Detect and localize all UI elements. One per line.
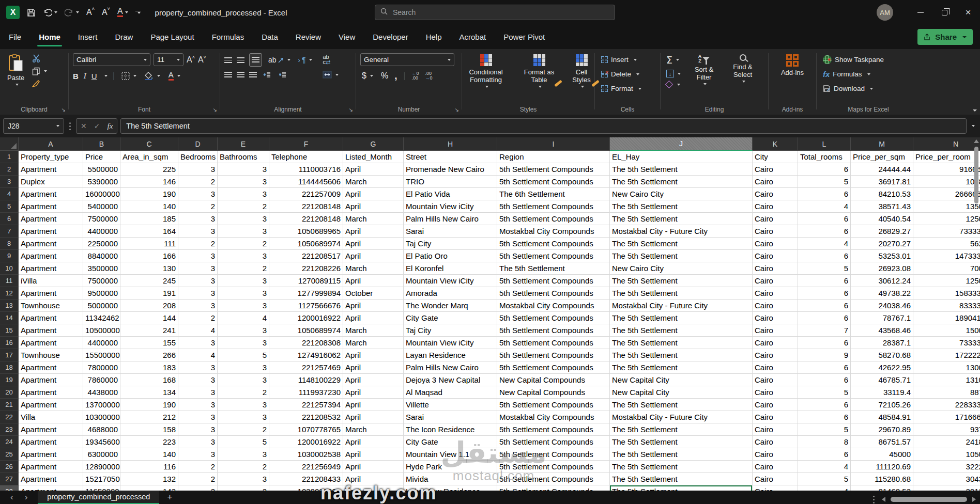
cell-G26[interactable]: April bbox=[343, 461, 404, 473]
cell-A23[interactable]: Apartment bbox=[19, 423, 83, 436]
cell-B18[interactable]: 7800000 bbox=[83, 361, 120, 374]
cell-E25[interactable]: 3 bbox=[218, 448, 269, 461]
cell-H27[interactable]: Mivida bbox=[404, 473, 497, 485]
cell-L27[interactable]: 5 bbox=[798, 473, 851, 485]
cell-B4[interactable]: 16000000 bbox=[83, 188, 120, 200]
cell-J18[interactable]: The 5th Settlement bbox=[610, 361, 753, 374]
cell-G24[interactable]: April bbox=[343, 436, 404, 448]
row-header-27[interactable]: 27 bbox=[0, 473, 19, 485]
cell-L7[interactable]: 6 bbox=[798, 225, 851, 238]
cell-L11[interactable]: 6 bbox=[798, 275, 851, 287]
cell-L4[interactable]: 6 bbox=[798, 188, 851, 200]
row-header-12[interactable]: 12 bbox=[0, 287, 19, 300]
cell-L13[interactable]: 6 bbox=[798, 300, 851, 312]
cell-L21[interactable]: 6 bbox=[798, 399, 851, 411]
cell-J3[interactable]: The 5th Settlement bbox=[610, 176, 753, 188]
tab-insert[interactable]: Insert bbox=[69, 25, 106, 49]
row-header-28[interactable]: 28 bbox=[0, 485, 19, 491]
column-header-F[interactable]: F bbox=[269, 137, 343, 151]
increase-indent-icon[interactable] bbox=[277, 71, 288, 78]
cell-M21[interactable]: 72105.26 bbox=[851, 399, 913, 411]
cell-B27[interactable]: 15217050 bbox=[83, 473, 120, 485]
cell-A2[interactable]: Apartment bbox=[19, 163, 83, 176]
cell-G6[interactable]: March bbox=[343, 213, 404, 225]
cell-J28[interactable]: The 5th Settlement bbox=[610, 485, 753, 491]
cell-C23[interactable]: 158 bbox=[120, 423, 178, 436]
cell-J15[interactable]: The 5th Settlement bbox=[610, 324, 753, 337]
cell-H5[interactable]: Mountain View iCity bbox=[404, 200, 497, 213]
row-header-7[interactable]: 7 bbox=[0, 225, 19, 238]
increase-font-size-icon[interactable]: A˄ bbox=[86, 8, 95, 17]
sheet-nav-next-icon[interactable]: › bbox=[25, 492, 28, 502]
cell-M11[interactable]: 30612.24 bbox=[851, 275, 913, 287]
cell-F12[interactable]: 1277999894 bbox=[269, 287, 343, 300]
cell-L28[interactable]: 4 bbox=[798, 485, 851, 491]
cell-J27[interactable]: The 5th Settlement bbox=[610, 473, 753, 485]
cell-D9[interactable]: 3 bbox=[178, 250, 218, 262]
cell-A3[interactable]: Duplex bbox=[19, 176, 83, 188]
cell-C22[interactable]: 212 bbox=[120, 411, 178, 423]
cell-E5[interactable]: 2 bbox=[218, 200, 269, 213]
cell-K11[interactable]: Cairo bbox=[753, 275, 798, 287]
cell-A26[interactable]: Apartment bbox=[19, 461, 83, 473]
cell-G12[interactable]: October bbox=[343, 287, 404, 300]
accounting-format-button[interactable]: $ bbox=[360, 70, 375, 82]
row-header-18[interactable]: 18 bbox=[0, 361, 19, 374]
cell-A17[interactable]: Townhouse bbox=[19, 349, 83, 361]
cell-D3[interactable]: 2 bbox=[178, 176, 218, 188]
cell-G13[interactable]: April bbox=[343, 300, 404, 312]
cell-L6[interactable]: 6 bbox=[798, 213, 851, 225]
cell-F15[interactable]: 1050689974 bbox=[269, 324, 343, 337]
cell-D12[interactable]: 3 bbox=[178, 287, 218, 300]
align-right-icon[interactable] bbox=[249, 72, 257, 77]
formula-bar-handle[interactable] bbox=[69, 125, 71, 127]
cell-N12[interactable]: 1583333.33 bbox=[913, 287, 980, 300]
cell-L1[interactable]: Total_rooms bbox=[798, 151, 851, 163]
cell-A8[interactable]: Apartment bbox=[19, 238, 83, 250]
scroll-right-icon[interactable] bbox=[972, 497, 976, 502]
tab-help[interactable]: Help bbox=[417, 25, 451, 49]
cell-I20[interactable]: New Capital Compounds bbox=[497, 386, 610, 399]
cell-M10[interactable]: 26923.08 bbox=[851, 262, 913, 275]
cell-I9[interactable]: 5th Settlement Compounds bbox=[497, 250, 610, 262]
font-name-select[interactable]: Calibri bbox=[73, 53, 150, 66]
cell-B17[interactable]: 15500000 bbox=[83, 349, 120, 361]
cell-F24[interactable]: 1200016922 bbox=[269, 436, 343, 448]
cell-G8[interactable]: April bbox=[343, 238, 404, 250]
cell-N19[interactable]: 1310000 bbox=[913, 374, 980, 386]
cell-E19[interactable]: 3 bbox=[218, 374, 269, 386]
cell-G25[interactable]: April bbox=[343, 448, 404, 461]
cell-C1[interactable]: Area_in_sqm bbox=[120, 151, 178, 163]
cell-G23[interactable]: March bbox=[343, 423, 404, 436]
row-header-10[interactable]: 10 bbox=[0, 262, 19, 275]
cell-M17[interactable]: 58270.68 bbox=[851, 349, 913, 361]
cell-K21[interactable]: Cairo bbox=[753, 399, 798, 411]
cell-G18[interactable]: April bbox=[343, 361, 404, 374]
cell-H28[interactable]: Lake View Residence bbox=[404, 485, 497, 491]
formula-input[interactable] bbox=[126, 122, 961, 130]
cell-F26[interactable]: 221256949 bbox=[269, 461, 343, 473]
cell-K20[interactable]: Cairo bbox=[753, 386, 798, 399]
cell-M13[interactable]: 24038.46 bbox=[851, 300, 913, 312]
cell-M15[interactable]: 43568.46 bbox=[851, 324, 913, 337]
cell-H6[interactable]: Palm Hills New Cairo bbox=[404, 213, 497, 225]
column-header-B[interactable]: B bbox=[83, 137, 120, 151]
row-header-6[interactable]: 6 bbox=[0, 213, 19, 225]
column-header-K[interactable]: K bbox=[753, 137, 798, 151]
row-header-11[interactable]: 11 bbox=[0, 275, 19, 287]
select-all-corner[interactable] bbox=[0, 137, 19, 151]
clipboard-dialog-launcher-icon[interactable]: ↘ bbox=[62, 107, 66, 113]
cell-F14[interactable]: 1200016922 bbox=[269, 312, 343, 324]
cell-H13[interactable]: The Wonder Marq bbox=[404, 300, 497, 312]
cell-M25[interactable]: 45000 bbox=[851, 448, 913, 461]
row-header-26[interactable]: 26 bbox=[0, 461, 19, 473]
cell-K28[interactable]: Cairo bbox=[753, 485, 798, 491]
cell-C18[interactable]: 183 bbox=[120, 361, 178, 374]
cell-C20[interactable]: 134 bbox=[120, 386, 178, 399]
cell-L16[interactable]: 6 bbox=[798, 337, 851, 349]
cell-F6[interactable]: 221208148 bbox=[269, 213, 343, 225]
account-avatar[interactable]: AM bbox=[877, 4, 893, 21]
cell-H14[interactable]: City Gate bbox=[404, 312, 497, 324]
cell-F22[interactable]: 221208532 bbox=[269, 411, 343, 423]
cell-J8[interactable]: The 5th Settlement bbox=[610, 238, 753, 250]
